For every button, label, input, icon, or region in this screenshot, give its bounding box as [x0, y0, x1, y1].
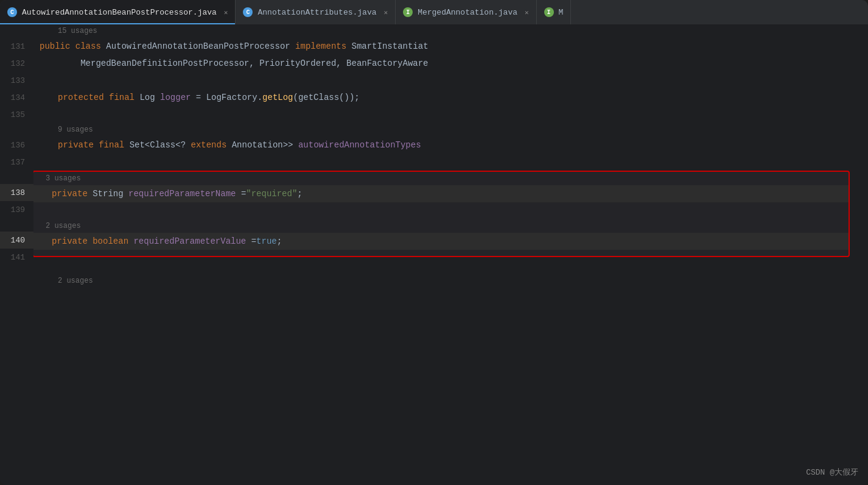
- line-num-138: 138: [0, 184, 33, 201]
- usage-hint-138: 3 usages: [33, 172, 849, 185]
- usage-hint-136: 9 usages: [33, 123, 868, 136]
- code-line-134: protected final Log logger = LogFactory.…: [33, 89, 868, 106]
- tab-4-icon: I: [544, 7, 554, 17]
- tab-3-label: MergedAnnotation.java: [418, 8, 517, 17]
- line-num-131: 131: [0, 38, 33, 55]
- tab-2-label: AnnotationAttributes.java: [257, 8, 376, 17]
- line-num-134: 134: [0, 89, 33, 106]
- tab-1-close[interactable]: ✕: [224, 9, 228, 16]
- tab-4[interactable]: I M: [537, 0, 572, 24]
- tab-1[interactable]: C AutowiredAnnotationBeanPostProcessor.j…: [0, 0, 236, 24]
- tab-2-close[interactable]: ✕: [384, 9, 388, 16]
- code-line-138: private String requiredParameterName = "…: [33, 185, 849, 202]
- tab-3-close[interactable]: ✕: [525, 9, 529, 16]
- code-line-131: public class AutowiredAnnotationBeanPost…: [33, 38, 868, 55]
- tab-2-icon: C: [243, 7, 253, 17]
- tab-3[interactable]: I MergedAnnotation.java ✕: [396, 0, 536, 24]
- tab-bar: C AutowiredAnnotationBeanPostProcessor.j…: [0, 0, 868, 24]
- usage-hint-140: 2 usages: [33, 219, 849, 233]
- tab-2[interactable]: C AnnotationAttributes.java ✕: [236, 0, 396, 24]
- tab-4-label: M: [559, 8, 564, 17]
- line-num-139: 139: [0, 201, 33, 218]
- line-num-137: 137: [0, 154, 33, 171]
- watermark: CSDN @大假牙: [806, 467, 858, 478]
- tab-3-icon: I: [403, 7, 413, 17]
- highlight-box: 3 usages private String requiredParamete…: [33, 171, 850, 257]
- code-line-132: MergedBeanDefinitionPostProcessor, Prior…: [33, 55, 868, 72]
- editor-body: 131 132 133 134 135 136 137 138 139 140 …: [0, 24, 868, 485]
- line-num-136: 136: [0, 136, 33, 154]
- code-area: 15 usages public class AutowiredAnnotati…: [33, 24, 868, 485]
- usage-hint-top: 15 usages: [33, 24, 868, 38]
- line-num-132: 132: [0, 55, 33, 72]
- line-num-140: 140: [0, 232, 33, 249]
- code-line-139: [33, 202, 849, 219]
- code-line-141: [33, 257, 868, 274]
- tab-1-icon: C: [7, 7, 17, 17]
- code-line-135: [33, 106, 868, 123]
- line-num-133: 133: [0, 72, 33, 89]
- editor-window: C AutowiredAnnotationBeanPostProcessor.j…: [0, 0, 868, 485]
- code-line-133: [33, 72, 868, 89]
- code-line-136: private final Set <Class<? extends Annot…: [33, 136, 868, 154]
- usage-hint-141-after: 2 usages: [33, 274, 868, 288]
- line-num-141: 141: [0, 249, 33, 266]
- code-line-137: [33, 154, 868, 171]
- line-num-135: 135: [0, 106, 33, 123]
- code-line-140: private boolean requiredParameterValue =…: [33, 233, 849, 250]
- tab-1-label: AutowiredAnnotationBeanPostProcessor.jav…: [22, 8, 217, 17]
- line-gutter: 131 132 133 134 135 136 137 138 139 140 …: [0, 24, 33, 485]
